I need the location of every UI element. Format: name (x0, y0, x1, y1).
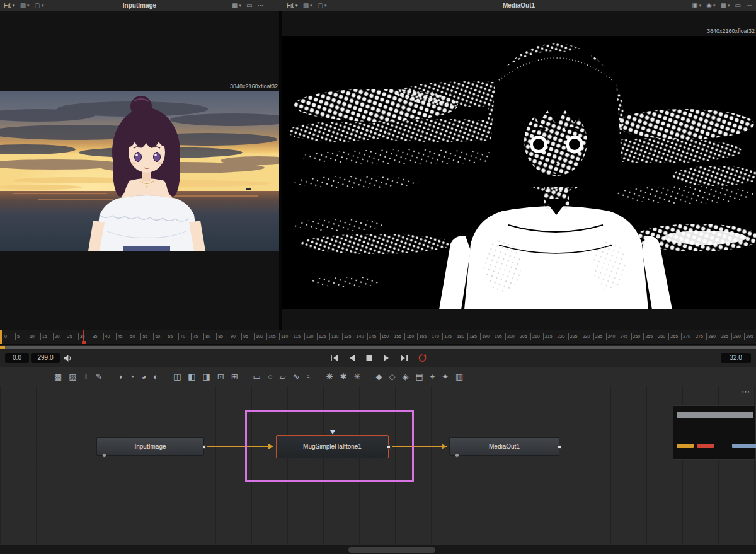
audio-mute-button[interactable] (63, 354, 73, 362)
stop-button[interactable] (364, 354, 374, 362)
range-out-field[interactable]: 299.0 (31, 353, 60, 363)
timeline-zoom-scrollbar[interactable] (0, 345, 756, 350)
transport-controls (329, 354, 427, 362)
monitor-icon: ▭ (246, 0, 252, 11)
node-output-connector[interactable] (202, 445, 206, 449)
ruler-tick: 70 (178, 333, 185, 340)
shape3d-tool-icon[interactable]: ◇ (389, 367, 396, 386)
toolbar-group: ◫◧◨⊡⊞ (173, 367, 238, 386)
more-icon[interactable]: ⋯ (257, 0, 263, 11)
play-button[interactable] (382, 354, 392, 362)
ruler-tick: 20 (53, 333, 60, 340)
node-inputimage[interactable]: InputImage (96, 437, 204, 456)
right-resolution-label: 3840x2160xfloat32 (282, 28, 755, 34)
ruler-tick: 120 (304, 333, 314, 340)
ruler-tick: 125 (317, 333, 326, 340)
node-editor[interactable]: ⋯ InputImageMugSimpleHalftone1MediaOut1 (0, 386, 756, 545)
renderer3d-tool-icon[interactable]: ▥ (455, 367, 463, 386)
bspline-mask-icon[interactable]: ∿ (293, 367, 300, 386)
gamut-icon[interactable]: ◉▾ (706, 0, 715, 11)
play-reverse-button[interactable] (346, 354, 357, 362)
ruler-tick: 45 (116, 333, 123, 340)
fastnoise-tool-icon[interactable]: ▨ (69, 367, 76, 386)
node-effect-connector[interactable] (102, 453, 106, 458)
toolbar-group: ◆◇◈▤⌖✦▥ (376, 367, 464, 386)
node-navigator[interactable] (673, 405, 756, 460)
ruler-tick: 240 (606, 333, 616, 340)
timeline-scroll-track[interactable] (0, 346, 756, 349)
timeline-ruler[interactable]: 0510152025303540455055606570758085909510… (0, 330, 756, 345)
buffer-icon[interactable]: ▣▾ (692, 0, 701, 11)
text3d-tool-icon[interactable]: ◈ (403, 367, 409, 386)
monitor-icon[interactable]: ▭ (735, 0, 741, 11)
imageplane3d-tool-icon[interactable]: ▤ (416, 367, 423, 386)
pemitter-tool-icon[interactable]: ❋ (326, 367, 333, 386)
more-icon[interactable]: ⋯ (742, 386, 750, 398)
ruler-tick: 260 (656, 333, 665, 340)
ruler-tick: 180 (455, 333, 464, 340)
ruler-tick: 0 (3, 333, 7, 340)
range-in-field[interactable]: 0.0 (5, 353, 29, 363)
monitor-icon: ▭ (735, 0, 741, 11)
ruler-tick: 10 (28, 333, 35, 340)
toolbar-groups: ▩▨T✎◑◔◕◐◫◧◨⊡⊞▭○▱∿≈❋✱✳◆◇◈▤⌖✦▥ (54, 367, 463, 386)
scrollbar-thumb[interactable] (348, 547, 435, 553)
first-frame-button[interactable] (329, 354, 339, 362)
left-viewer[interactable]: 3840x2160xfloat32 (0, 11, 279, 330)
brightness-contrast-tool-icon[interactable]: ◐ (153, 367, 158, 386)
more-icon[interactable]: ⋯ (746, 0, 752, 11)
background-tool-icon[interactable]: ▩ (54, 367, 62, 386)
ruler-tick: 135 (342, 333, 352, 340)
rectangle-mask-icon[interactable]: ▭ (253, 367, 261, 386)
ruler-tick: 55 (140, 333, 147, 340)
chevron-down-icon: ▾ (713, 0, 716, 11)
channelbooleans-tool-icon[interactable]: ◨ (202, 367, 210, 386)
huecurves-tool-icon[interactable]: ◕ (141, 367, 146, 386)
node-mediaout1[interactable]: MediaOut1 (449, 437, 559, 456)
paint-tool-icon[interactable]: ✎ (96, 367, 103, 386)
ruler-tick: 195 (493, 333, 502, 340)
ruler-tick: 175 (442, 333, 452, 340)
monitor-icon[interactable]: ▭ (246, 0, 252, 11)
grid-options-icon[interactable]: ▦▾ (721, 0, 730, 11)
resize-tool-icon[interactable]: ⊞ (231, 367, 238, 386)
horizontal-scrollbar[interactable] (0, 545, 756, 554)
ruler-tick: 50 (129, 333, 135, 340)
pmerge-tool-icon[interactable]: ✱ (340, 367, 347, 386)
ruler-tick: 75 (191, 333, 198, 340)
ruler-tick: 290 (731, 333, 741, 340)
in-point-marker (0, 330, 2, 344)
navigator-node-bar (677, 444, 694, 448)
magicmask-tool-icon[interactable]: ≈ (307, 367, 311, 386)
mattecontrol-tool-icon[interactable]: ◧ (188, 367, 195, 386)
textplus-tool-icon[interactable]: T (84, 367, 89, 386)
ruler-tick: 265 (668, 333, 678, 340)
ruler-tick: 5 (15, 333, 20, 340)
node-output-connector[interactable] (558, 445, 561, 449)
node-effect-connector[interactable] (455, 453, 459, 458)
prender-tool-icon[interactable]: ✳ (354, 367, 361, 386)
timeline-scroll-inpoint (0, 346, 5, 349)
polygon-mask-icon[interactable]: ▱ (280, 367, 286, 386)
input-image-preview[interactable] (0, 91, 279, 251)
loop-button[interactable] (417, 354, 427, 362)
transform-tool-icon[interactable]: ⊡ (217, 367, 224, 386)
merge3d-tool-icon[interactable]: ◆ (376, 367, 382, 386)
camera3d-tool-icon[interactable]: ⌖ (430, 367, 435, 386)
ruler-tick: 170 (430, 333, 439, 340)
colorcorrector-tool-icon[interactable]: ◑ (117, 367, 122, 386)
right-viewer[interactable]: 3840x2160xfloat32 (282, 11, 756, 330)
colorcurves-tool-icon[interactable]: ◔ (129, 367, 134, 386)
current-frame-field[interactable]: 32.0 (721, 353, 751, 363)
last-frame-button[interactable] (399, 354, 410, 362)
toolbar-group: ❋✱✳ (326, 367, 361, 386)
ellipse-mask-icon[interactable]: ○ (268, 367, 273, 386)
ruler-tick: 190 (480, 333, 490, 340)
spotlight3d-tool-icon[interactable]: ✦ (442, 367, 449, 386)
play-reverse-icon (348, 354, 355, 362)
navigator-node-bar (732, 444, 756, 448)
merge-tool-icon[interactable]: ◫ (173, 367, 181, 386)
mediaout-halftone-preview[interactable] (282, 36, 756, 309)
ruler-tick: 270 (681, 333, 690, 340)
grid-options-icon[interactable]: ▦▾ (232, 0, 241, 11)
